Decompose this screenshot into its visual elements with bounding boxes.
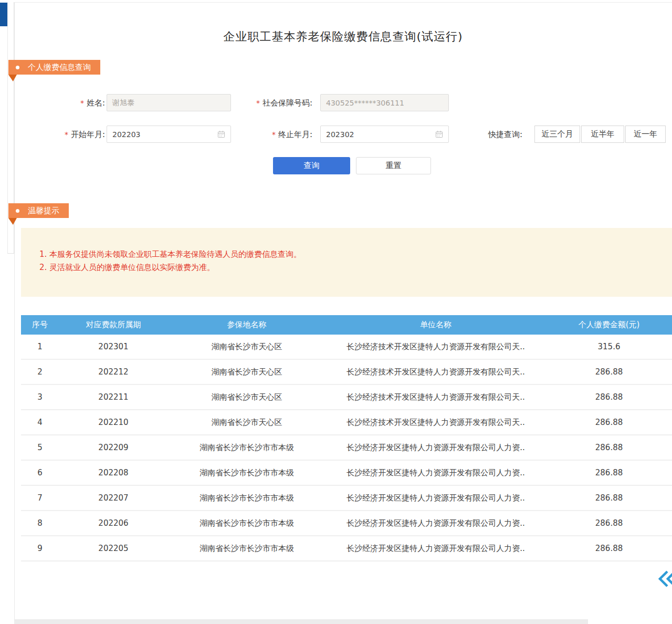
ssn-input[interactable]: 430525******306111 (320, 94, 449, 111)
table-cell: 7 (21, 486, 59, 510)
page-title: 企业职工基本养老保险缴费信息查询(试运行) (14, 29, 672, 45)
table-cell: 202301 (59, 335, 168, 359)
required-asterisk: * (65, 130, 68, 139)
table-cell: 286.88 (546, 486, 672, 510)
page-root: { "title": "企业职工基本养老保险缴费信息查询(试运行)", "sec… (0, 0, 672, 624)
table-cell: 湖南省长沙市长沙市市本级 (168, 435, 326, 460)
column-header-index: 序号 (21, 315, 59, 335)
table-row: 5202209湖南省长沙市长沙市市本级长沙经济开发区捷特人力资源开发有限公司人力… (21, 435, 672, 461)
table-cell: 长沙经济开发区捷特人力资源开发有限公司人力资.. (326, 461, 546, 485)
column-header-period: 对应费款所属期 (59, 315, 168, 335)
quick-option-3months[interactable]: 近三个月 (534, 126, 580, 143)
start-month-input[interactable]: 202203 (107, 126, 231, 143)
table-cell: 8 (21, 511, 59, 535)
table-cell: 315.6 (546, 335, 672, 359)
tip-line: 2. 灵活就业人员的缴费单位信息以实际缴费为准。 (39, 261, 672, 274)
table-cell: 长沙经济技术开发区捷特人力资源开发有限公司天.. (326, 385, 546, 409)
section-badge-label: 温馨提示 (28, 206, 59, 216)
section-badge-personal-query: 个人缴费信息查询 (8, 60, 100, 75)
table-row: 8202206湖南省长沙市长沙市市本级长沙经济开发区捷特人力资源开发有限公司人力… (21, 511, 672, 536)
table-cell: 202205 (59, 536, 168, 560)
calendar-icon[interactable] (435, 130, 443, 138)
table-cell: 长沙经济技术开发区捷特人力资源开发有限公司天.. (326, 410, 546, 434)
table-cell: 286.88 (546, 385, 672, 409)
table-cell: 2 (21, 360, 59, 384)
quick-option-oneyear[interactable]: 近一年 (625, 126, 666, 143)
table-cell: 3 (21, 385, 59, 409)
required-asterisk: * (80, 99, 84, 107)
ssn-label: *社会保障号码: (236, 98, 312, 108)
required-asterisk: * (256, 99, 260, 107)
table-cell: 长沙经济技术开发区捷特人力资源开发有限公司天.. (326, 335, 546, 359)
table-body: 1202301湖南省长沙市天心区长沙经济技术开发区捷特人力资源开发有限公司天..… (21, 335, 672, 561)
results-table: 序号 对应费款所属期 参保地名称 单位名称 个人缴费金额(元) 1202301湖… (21, 315, 672, 561)
start-month-label: *开始年月: (41, 130, 105, 140)
table-cell: 286.88 (546, 435, 672, 460)
table-cell: 4 (21, 410, 59, 434)
table-cell: 湖南省长沙市长沙市市本级 (168, 511, 326, 535)
table-cell: 286.88 (546, 410, 672, 434)
table-cell: 202211 (59, 385, 168, 409)
bullet-dot-icon (16, 209, 19, 213)
table-cell: 湖南省长沙市天心区 (168, 335, 326, 359)
table-cell: 202208 (59, 461, 168, 485)
table-cell: 湖南省长沙市长沙市市本级 (168, 536, 326, 560)
name-input[interactable]: 谢旭泰 (107, 94, 231, 111)
column-header-employer: 单位名称 (326, 315, 546, 335)
name-label: *姓名: (42, 98, 105, 108)
table-cell: 长沙经济开发区捷特人力资源开发有限公司人力资.. (326, 536, 546, 560)
section-badge-label: 个人缴费信息查询 (28, 63, 91, 72)
table-cell: 长沙经济开发区捷特人力资源开发有限公司人力资.. (326, 435, 546, 460)
tips-box: 1. 本服务仅提供尚未领取企业职工基本养老保险待遇人员的缴费信息查询。 2. 灵… (21, 228, 672, 297)
table-row: 6202208湖南省长沙市长沙市市本级长沙经济开发区捷特人力资源开发有限公司人力… (21, 461, 672, 486)
table-row: 3202211湖南省长沙市天心区长沙经济技术开发区捷特人力资源开发有限公司天..… (21, 385, 672, 410)
table-cell: 202209 (59, 435, 168, 460)
column-header-region: 参保地名称 (168, 315, 326, 335)
bottom-edge-strip (14, 619, 588, 624)
table-cell: 长沙经济开发区捷特人力资源开发有限公司人力资.. (326, 511, 546, 535)
required-asterisk: * (272, 130, 276, 139)
table-cell: 湖南省长沙市天心区 (168, 410, 326, 434)
table-cell: 9 (21, 536, 59, 560)
table-cell: 长沙经济技术开发区捷特人力资源开发有限公司天.. (326, 360, 546, 384)
table-cell: 长沙经济开发区捷特人力资源开发有限公司人力资.. (326, 486, 546, 510)
table-cell: 202210 (59, 410, 168, 434)
end-month-input[interactable]: 202302 (320, 126, 449, 143)
table-row: 1202301湖南省长沙市天心区长沙经济技术开发区捷特人力资源开发有限公司天..… (21, 335, 672, 360)
table-row: 2202212湖南省长沙市天心区长沙经济技术开发区捷特人力资源开发有限公司天..… (21, 360, 672, 385)
table-cell: 202206 (59, 511, 168, 535)
table-header-row: 序号 对应费款所属期 参保地名称 单位名称 个人缴费金额(元) (21, 315, 672, 335)
start-month-value: 202203 (112, 130, 140, 139)
table-cell: 1 (21, 335, 59, 359)
query-button[interactable]: 查询 (273, 157, 350, 174)
table-cell: 湖南省长沙市天心区 (168, 385, 326, 409)
quick-option-halfyear[interactable]: 近半年 (581, 126, 624, 143)
table-cell: 湖南省长沙市天心区 (168, 360, 326, 384)
table-cell: 6 (21, 461, 59, 485)
quick-query-label: 快捷查询: (488, 130, 528, 140)
table-cell: 286.88 (546, 536, 672, 560)
column-header-amount: 个人缴费金额(元) (546, 315, 672, 335)
table-cell: 湖南省长沙市长沙市市本级 (168, 486, 326, 510)
section-badge-tips: 温馨提示 (8, 203, 69, 218)
reset-button[interactable]: 重置 (356, 157, 431, 174)
table-row: 7202207湖南省长沙市长沙市市本级长沙经济开发区捷特人力资源开发有限公司人力… (21, 486, 672, 511)
end-month-label: *终止年月: (248, 130, 312, 140)
table-cell: 202212 (59, 360, 168, 384)
table-cell: 286.88 (546, 511, 672, 535)
table-cell: 5 (21, 435, 59, 460)
end-month-value: 202302 (326, 130, 354, 139)
table-cell: 286.88 (546, 360, 672, 384)
table-cell: 湖南省长沙市长沙市市本级 (168, 461, 326, 485)
table-row: 4202210湖南省长沙市天心区长沙经济技术开发区捷特人力资源开发有限公司天..… (21, 410, 672, 435)
table-row: 9202205湖南省长沙市长沙市市本级长沙经济开发区捷特人力资源开发有限公司人力… (21, 536, 672, 561)
double-chevron-left-icon[interactable] (656, 568, 672, 589)
table-cell: 286.88 (546, 461, 672, 485)
bullet-dot-icon (16, 66, 19, 69)
tip-line: 1. 本服务仅提供尚未领取企业职工基本养老保险待遇人员的缴费信息查询。 (39, 248, 672, 261)
sidebar-collapsed-tab[interactable] (0, 3, 7, 26)
name-value: 谢旭泰 (112, 98, 134, 108)
calendar-icon[interactable] (217, 130, 225, 138)
ssn-value: 430525******306111 (326, 99, 404, 107)
table-cell: 202207 (59, 486, 168, 510)
